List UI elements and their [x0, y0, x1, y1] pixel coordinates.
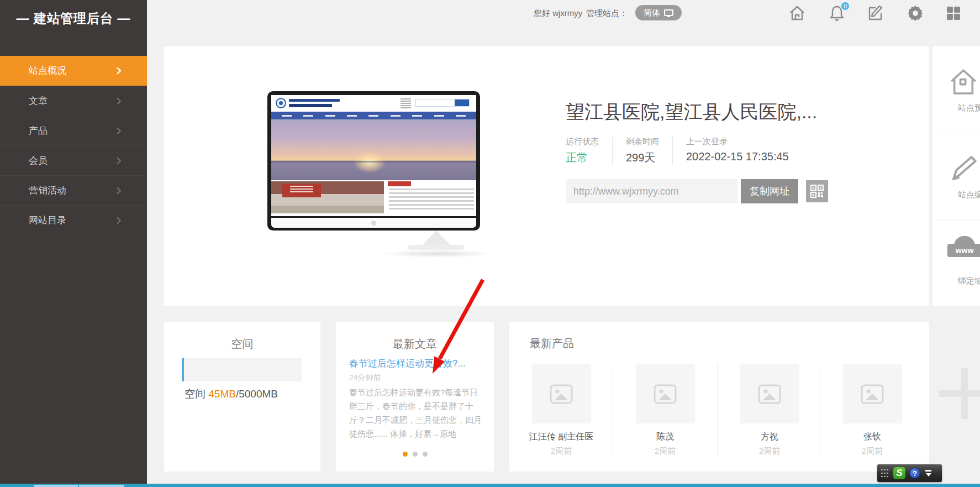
- quick-action-site-edit[interactable]: 站点编辑: [932, 133, 980, 219]
- add-plus-icon[interactable]: [939, 368, 980, 419]
- qr-code-button[interactable]: [806, 180, 828, 202]
- monitor-power-dot: [371, 221, 376, 226]
- carousel-dot[interactable]: [403, 452, 408, 457]
- article-time: 24分钟前: [349, 373, 381, 383]
- notification-badge: 0: [840, 1, 850, 11]
- triangle-down-icon: [926, 473, 931, 476]
- article-link[interactable]: 春节过后怎样运动更有效?...: [349, 357, 484, 370]
- preview-search-box: [415, 99, 470, 107]
- quick-action-bind-domain[interactable]: www 绑定域名: [932, 219, 980, 305]
- product-time: 2周前: [820, 446, 924, 457]
- image-placeholder-icon: [843, 364, 902, 423]
- space-card: 空间 空间 45MB/5000MB: [164, 322, 320, 472]
- quick-action-label: 站点编辑: [958, 190, 980, 200]
- chevron-right-icon: [114, 186, 122, 194]
- space-usage-bar: [182, 358, 302, 381]
- site-overview-panel: 望江县医院,望江县人民医院,... 运行状态 正常 剩余时间 299天 上一次登…: [164, 46, 929, 306]
- sidebar-item-products[interactable]: 产品: [0, 116, 147, 145]
- minimize-control[interactable]: [925, 470, 931, 476]
- space-total-value: 5000MB: [239, 388, 278, 400]
- product-tile[interactable]: 方祝 2周前: [718, 364, 821, 457]
- carousel-dot[interactable]: [413, 452, 418, 457]
- quick-actions-panel: 站点预览 站点编辑 www 绑定域名: [932, 46, 980, 306]
- greeting-text: 您好 wjxrmyy: [534, 8, 582, 19]
- grid-icon[interactable]: [945, 4, 962, 22]
- space-card-title: 空间: [164, 337, 320, 352]
- sidebar-item-site-overview[interactable]: 站点概况: [0, 56, 147, 86]
- sogou-logo-icon[interactable]: S: [893, 467, 905, 479]
- hospital-logo-icon: [276, 98, 286, 108]
- chevron-right-icon: [114, 127, 122, 134]
- language-label: 简体: [644, 8, 660, 18]
- product-time: 2周前: [718, 446, 821, 457]
- site-url-row: http://www.wjxrmyy.com 复制网址: [566, 179, 828, 203]
- sidebar-item-marketing[interactable]: 营销活动: [0, 175, 147, 205]
- monitor-shadow: [381, 250, 494, 258]
- monitor-chin: [271, 218, 476, 228]
- taskbar-button[interactable]: [79, 485, 124, 487]
- stat-value: 正常: [566, 150, 599, 165]
- preview-news-list: [388, 181, 476, 213]
- sidebar-item-label: 会员: [29, 155, 48, 166]
- product-name: 江汪传 副主任医: [509, 431, 613, 443]
- image-placeholder-icon: [740, 364, 799, 423]
- product-time: 2周前: [613, 446, 717, 457]
- stat-label: 上一次登录: [686, 137, 789, 147]
- sidebar-item-members[interactable]: 会员: [0, 145, 147, 175]
- home-icon: [947, 66, 979, 98]
- sogou-ime-toolbar[interactable]: S ?: [877, 464, 942, 482]
- minus-icon: [925, 470, 931, 472]
- latest-products-card: 最新产品 江汪传 副主任医 2周前 陈茂 2周前: [509, 322, 929, 472]
- sidebar: — 建站管理后台 — 站点概况 文章 产品 会员 营销活动: [0, 0, 147, 484]
- image-placeholder-icon: [532, 364, 591, 423]
- space-usage-text: 空间 45MB/5000MB: [185, 387, 278, 401]
- sidebar-item-articles[interactable]: 文章: [0, 86, 147, 116]
- taskbar-button[interactable]: [34, 485, 78, 487]
- sidebar-item-label: 营销活动: [29, 185, 66, 196]
- space-prefix: 空间: [185, 388, 208, 400]
- stat-label: 剩余时间: [626, 137, 659, 147]
- product-tile[interactable]: 陈茂 2周前: [613, 364, 717, 457]
- carousel-dot[interactable]: [423, 452, 428, 457]
- bell-icon[interactable]: 0: [828, 4, 846, 22]
- drag-grip-icon[interactable]: [881, 468, 889, 478]
- product-time: 2周前: [509, 446, 613, 457]
- sidebar-item-label: 产品: [29, 125, 48, 136]
- preview-site-header: [271, 95, 476, 112]
- site-url-field[interactable]: http://www.wjxrmyy.com: [566, 179, 737, 203]
- app-title: — 建站管理后台 —: [0, 10, 147, 27]
- chevron-right-icon: [114, 97, 122, 104]
- quick-action-site-preview[interactable]: 站点预览: [932, 46, 980, 133]
- image-placeholder-icon: [636, 364, 695, 423]
- manage-site-label: 管理站点：: [586, 8, 628, 19]
- site-stats: 运行状态 正常 剩余时间 299天 上一次登录 2022-02-15 17:35…: [566, 137, 802, 165]
- compose-icon[interactable]: [867, 4, 884, 22]
- product-name: 张钦: [820, 431, 924, 443]
- product-tile[interactable]: 张钦 2周前: [820, 364, 924, 457]
- space-usage-fill: [182, 358, 184, 381]
- quick-action-label: 站点预览: [958, 103, 980, 113]
- home-icon[interactable]: [788, 4, 806, 22]
- sidebar-item-site-directory[interactable]: 网站目录: [0, 205, 147, 235]
- stat-value: 299天: [626, 150, 659, 165]
- sidebar-item-label: 站点概况: [29, 65, 66, 76]
- stat-time-remaining: 剩余时间 299天: [612, 137, 672, 165]
- windows-taskbar[interactable]: [0, 484, 980, 487]
- product-tile[interactable]: 江汪传 副主任医 2周前: [509, 364, 613, 457]
- articles-card-title: 最新文章: [336, 337, 494, 352]
- stat-last-login: 上一次登录 2022-02-15 17:35:45: [672, 137, 802, 165]
- product-name: 陈茂: [613, 431, 717, 443]
- site-preview-monitor[interactable]: [267, 91, 480, 231]
- copy-url-button[interactable]: 复制网址: [741, 179, 798, 203]
- article-excerpt: 春节过后怎样运动更有效?每逢节日胖三斤，春节的你，是不是胖了十斤？二月不减肥，三…: [349, 385, 483, 441]
- stat-run-status: 运行状态 正常: [566, 137, 612, 165]
- gear-icon[interactable]: [907, 4, 924, 22]
- admin-dashboard: — 建站管理后台 — 站点概况 文章 产品 会员 营销活动: [0, 0, 980, 487]
- site-name-title: 望江县医院,望江县人民医院,...: [566, 100, 919, 125]
- site-thumbnail: [271, 95, 476, 216]
- preview-content-row: [271, 180, 476, 214]
- language-switch-button[interactable]: 简体: [635, 5, 682, 20]
- help-icon[interactable]: ?: [909, 468, 920, 479]
- chevron-right-icon: [114, 156, 122, 164]
- monitor-base: [408, 245, 465, 250]
